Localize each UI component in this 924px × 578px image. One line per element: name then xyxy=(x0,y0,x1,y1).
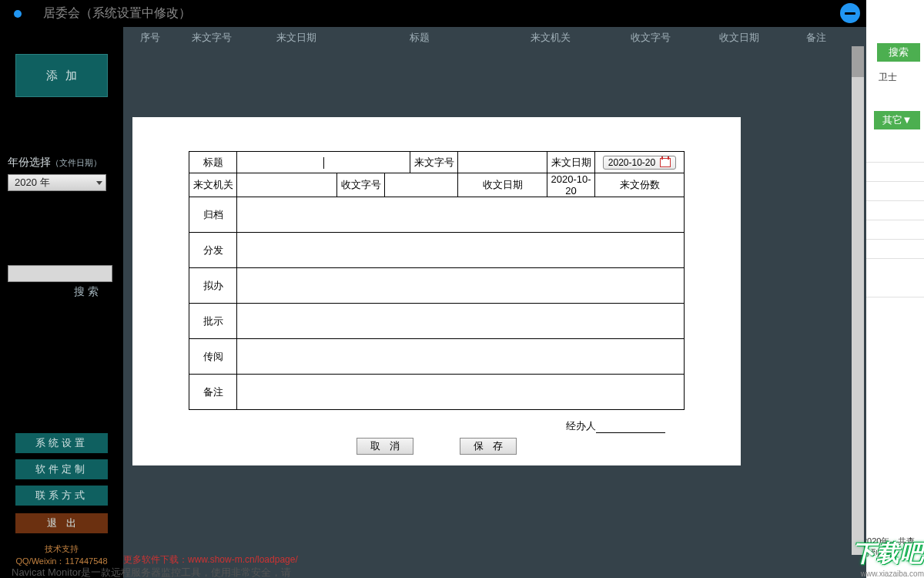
sidebar-search-label: 搜索 xyxy=(8,285,116,299)
search-button-right[interactable]: 搜索 xyxy=(877,43,920,62)
label-fromorg: 来文机关 xyxy=(189,173,237,197)
scrollbar-thumb[interactable] xyxy=(852,46,864,77)
background-right-panel: 搜索 卫士 其它▼ 2020年—共查寻到0条 xyxy=(862,0,924,578)
label-recvno: 收文字号 xyxy=(337,173,385,197)
col-recvdate: 收文日期 xyxy=(697,31,782,45)
tech-support-info: 技术支持 QQ/Weixin：117447548 xyxy=(0,543,123,567)
input-circulate[interactable] xyxy=(237,339,685,375)
input-remark[interactable] xyxy=(237,375,685,410)
handler-row: 经办人 xyxy=(171,419,665,433)
input-archive[interactable] xyxy=(237,197,685,233)
contact-button[interactable]: 联系方式 xyxy=(15,486,108,506)
year-select-value: 2020 年 xyxy=(15,176,50,190)
label-distribute: 分发 xyxy=(189,233,237,268)
chevron-down-icon xyxy=(96,181,102,185)
main-window: 居委会（系统设置中修改） 序号 来文字号 来文日期 标题 来文机关 收文字号 收… xyxy=(0,0,866,578)
column-headers: 序号 来文字号 来文日期 标题 来文机关 收文字号 收文日期 备注 xyxy=(127,31,855,45)
input-approve[interactable] xyxy=(237,304,685,339)
label-approve: 批示 xyxy=(189,304,237,339)
titlebar: 居委会（系统设置中修改） xyxy=(0,0,866,27)
other-dropdown-button[interactable]: 其它▼ xyxy=(874,111,920,129)
calendar-icon[interactable] xyxy=(660,158,671,167)
col-seq: 序号 xyxy=(127,31,173,45)
input-fromorg[interactable] xyxy=(237,173,337,197)
form-table: 标题 来文字号 来文日期 2020-10-20 来文机关 收文字号 收文日期 2… xyxy=(189,151,685,410)
col-fromorg: 来文机关 xyxy=(497,31,604,45)
label-circulate: 传阅 xyxy=(189,339,237,375)
footer-cut-text: Navicat Monitor是一款远程服务器监控工具，使用非常安全，请 xyxy=(12,566,291,578)
input-distribute[interactable] xyxy=(237,233,685,268)
col-docno: 来文字号 xyxy=(173,31,250,45)
label-docno: 来文字号 xyxy=(410,152,458,173)
cancel-button[interactable]: 取消 xyxy=(357,438,413,455)
label-proposed: 拟办 xyxy=(189,268,237,304)
system-settings-button[interactable]: 系统设置 xyxy=(15,433,108,453)
status-result-count: 2020年—共查寻到0条 xyxy=(862,536,920,559)
input-docdate[interactable]: 2020-10-20 xyxy=(595,152,685,173)
right-text-fragment: 卫士 xyxy=(879,71,897,84)
col-remark: 备注 xyxy=(782,31,851,45)
input-recvdate[interactable]: 2020-10-20 xyxy=(547,173,595,197)
vertical-scrollbar[interactable] xyxy=(852,46,864,555)
window-title: 居委会（系统设置中修改） xyxy=(43,5,191,22)
software-custom-button[interactable]: 软件定制 xyxy=(15,459,108,479)
col-title: 标题 xyxy=(343,31,497,45)
label-copies: 来文份数 xyxy=(595,173,685,197)
year-select[interactable]: 2020 年 xyxy=(8,174,106,191)
col-docdate: 来文日期 xyxy=(250,31,343,45)
label-docdate: 来文日期 xyxy=(547,152,595,173)
label-recvdate: 收文日期 xyxy=(458,173,547,197)
handler-input-line[interactable] xyxy=(596,432,665,433)
sidebar: 添加 年份选择（文件日期） 2020 年 搜索 系统设置 软件定制 联系方式 退… xyxy=(0,27,123,578)
minimize-button[interactable] xyxy=(840,3,860,23)
label-title: 标题 xyxy=(189,152,237,173)
input-title[interactable] xyxy=(237,152,410,173)
add-button[interactable]: 添加 xyxy=(15,54,108,97)
exit-button[interactable]: 退出 xyxy=(15,513,108,533)
app-indicator-icon xyxy=(14,10,22,18)
sidebar-search-input[interactable] xyxy=(8,265,112,282)
year-select-label: 年份选择（文件日期） xyxy=(8,156,116,170)
input-recvno[interactable] xyxy=(385,173,458,197)
col-recvno: 收文字号 xyxy=(604,31,697,45)
footer-more-link[interactable]: 更多软件下载：www.show-m.cn/loadpage/ xyxy=(123,553,298,566)
save-button[interactable]: 保存 xyxy=(460,438,517,455)
input-proposed[interactable] xyxy=(237,268,685,304)
input-docno[interactable] xyxy=(458,152,547,173)
label-remark: 备注 xyxy=(189,375,237,410)
edit-dialog: 标题 来文字号 来文日期 2020-10-20 来文机关 收文字号 收文日期 2… xyxy=(132,117,741,465)
label-archive: 归档 xyxy=(189,197,237,233)
